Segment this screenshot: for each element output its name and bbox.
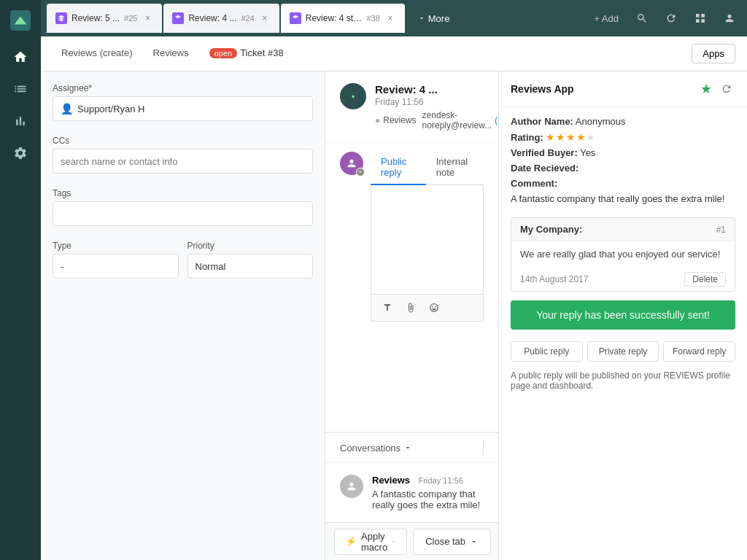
reply-avatar-container: +	[340, 152, 363, 175]
tab-num-38: #38	[366, 14, 379, 23]
private-reply-tab[interactable]: Private reply	[587, 341, 659, 362]
type-priority-section: Type - Priority Normal	[53, 241, 313, 279]
assignee-section: Assignee* 👤 Support/Ryan H	[53, 83, 313, 121]
person-icon: 👤	[61, 103, 73, 114]
reply-editor-container: Public reply Internal note	[371, 152, 484, 322]
tab-review-25[interactable]: Review: 5 ... #25 ×	[47, 4, 162, 33]
tabs-more-button[interactable]: More	[409, 13, 459, 24]
tab-num-24: #24	[241, 14, 254, 23]
tab-label-38: Review: 4 star ratin...	[306, 13, 363, 23]
tab-review-38[interactable]: Review: 4 star ratin... #38 ×	[281, 4, 405, 33]
apply-macro-button[interactable]: ⚡ Apply macro	[334, 529, 407, 555]
prev-review-meta: Reviews Friday 11:56 A fantastic company…	[372, 475, 484, 510]
tab-icon-38	[290, 12, 301, 24]
assignee-value: Support/Ryan H	[77, 104, 145, 114]
emoji-button[interactable]	[425, 299, 443, 316]
tags-input[interactable]	[53, 201, 313, 226]
prev-review-header: Reviews Friday 11:56	[372, 475, 484, 486]
star-empty: ★	[587, 132, 595, 143]
secondary-nav: Reviews (create) Reviews open Ticket #38…	[41, 36, 747, 71]
review-title: Review: 4 ...	[375, 83, 499, 96]
refresh-icon[interactable]	[718, 80, 735, 98]
add-tab-button[interactable]: + Add	[588, 10, 624, 27]
reply-editor[interactable]	[371, 185, 484, 295]
logo	[9, 9, 32, 32]
reply-type-description: A public reply will be published on your…	[499, 368, 747, 400]
nav-reviews-create[interactable]: Reviews (create)	[53, 36, 142, 71]
review-meta: Review: 4 ... Friday 11:56 ● Reviews zen…	[375, 83, 499, 131]
grid-button[interactable]	[689, 9, 712, 27]
review-avatar: ♦	[340, 83, 366, 109]
sidebar-item-chart[interactable]	[7, 108, 34, 134]
conversations-bar[interactable]: Conversations	[325, 432, 498, 462]
lightning-icon: ⚡	[345, 536, 357, 547]
nav-reviews[interactable]: Reviews	[144, 36, 198, 71]
tab-icon-24	[172, 12, 184, 24]
close-tab-button[interactable]: Close tab	[413, 529, 491, 555]
right-panel: Reviews App ★ Author Name: Anonymous Rat…	[499, 71, 747, 560]
user-button[interactable]	[718, 9, 741, 27]
svg-text:♦: ♦	[352, 93, 355, 100]
comment-label-row: Comment:	[511, 178, 735, 189]
reply-area: + Public reply Internal note	[325, 143, 498, 432]
content-area: Assignee* 👤 Support/Ryan H CCs Tags	[41, 71, 747, 560]
apps-button[interactable]: Apps	[692, 44, 735, 63]
assignee-label: Assignee*	[53, 83, 313, 93]
public-reply-tab[interactable]: Public reply	[511, 341, 583, 362]
previous-review: Reviews Friday 11:56 A fantastic company…	[325, 462, 498, 522]
company-reply-header: My Company: #1	[511, 218, 735, 241]
tab-close-25[interactable]: ×	[142, 12, 153, 24]
forward-reply-tab[interactable]: Forward reply	[663, 341, 735, 362]
review-info: Author Name: Anonymous Rating: ★★★★★ Ver…	[499, 107, 747, 217]
reply-tab-public[interactable]: Public reply	[371, 152, 426, 185]
reply-toolbar	[371, 295, 484, 322]
review-email: zendesk-noreply@review...	[422, 110, 492, 131]
reply-tab-internal[interactable]: Internal note	[426, 152, 484, 185]
nav-ticket-38[interactable]: open Ticket #38	[201, 36, 293, 71]
refresh-button[interactable]	[659, 9, 683, 27]
sidebar-item-home[interactable]	[7, 44, 34, 70]
date-row: Date Recieved:	[511, 163, 735, 174]
type-select[interactable]: -	[53, 254, 179, 279]
attachment-button[interactable]	[402, 299, 419, 316]
macro-label: Apply macro	[361, 531, 391, 553]
sidebar	[0, 0, 41, 560]
tab-label-24: Review: 4 ...	[188, 13, 236, 23]
reply-sent-banner: Your reply has been successfully sent!	[511, 300, 735, 330]
reply-type-tabs: Public reply Private reply Forward reply	[499, 335, 747, 368]
prev-review-text: A fantastic company that really goes the…	[372, 489, 484, 510]
tab-close-38[interactable]: ×	[384, 12, 396, 24]
reply-date: 14th August 2017	[520, 274, 588, 284]
tab-review-24[interactable]: Review: 4 ... #24 ×	[163, 4, 279, 33]
ccs-input-container[interactable]	[53, 149, 313, 174]
reviews-app-title: Reviews App	[511, 83, 574, 95]
rating-row: Rating: ★★★★★	[511, 131, 735, 143]
review-header: ♦ Review: 4 ... Friday 11:56 ● Reviews z…	[325, 71, 498, 143]
left-panel: Assignee* 👤 Support/Ryan H CCs Tags	[41, 71, 325, 560]
sidebar-item-list[interactable]	[7, 76, 34, 102]
search-button[interactable]	[630, 9, 654, 27]
nav-reviews-label: Reviews	[153, 47, 189, 58]
review-time: Friday 11:56	[375, 97, 499, 107]
reply-type-tabs: Public reply Internal note	[371, 152, 484, 185]
tab-icon-25	[55, 12, 67, 24]
priority-select[interactable]: Normal	[187, 254, 314, 279]
company-reply-footer: 14th August 2017 Delete	[511, 268, 735, 291]
sidebar-item-settings[interactable]	[7, 140, 34, 166]
star-icon: ★	[700, 81, 712, 97]
plus-badge: +	[356, 168, 365, 176]
ccs-input[interactable]	[61, 156, 305, 167]
tags-label: Tags	[53, 188, 313, 198]
tab-close-24[interactable]: ×	[259, 12, 271, 24]
assignee-input[interactable]: 👤 Support/Ryan H	[53, 96, 313, 121]
tags-section: Tags	[53, 188, 313, 226]
middle-panel: ♦ Review: 4 ... Friday 11:56 ● Reviews z…	[325, 71, 499, 560]
text-format-button[interactable]	[379, 299, 396, 316]
delete-button[interactable]: Delete	[684, 272, 726, 287]
priority-col: Priority Normal	[187, 241, 314, 279]
type-col: Type -	[53, 241, 179, 279]
source-name: Reviews	[383, 115, 416, 125]
reply-num: #1	[716, 225, 726, 235]
stars-filled: ★★★★	[546, 131, 587, 143]
ccs-section: CCs	[53, 136, 313, 174]
